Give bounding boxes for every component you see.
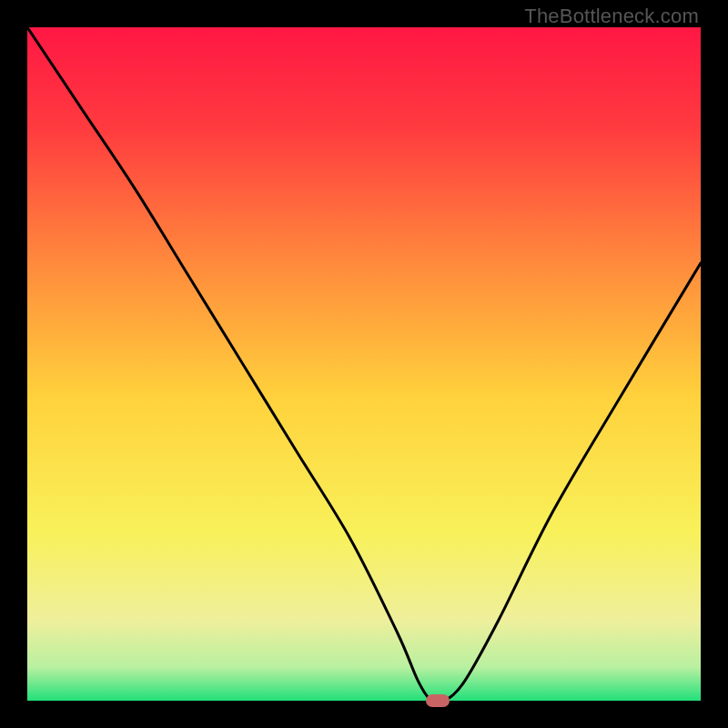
chart-frame [27,27,701,701]
watermark-text: TheBottleneck.com [524,5,699,28]
chart-plot-area [27,27,701,701]
bottleneck-curve [27,27,701,701]
chart-svg [27,27,701,701]
optimal-point-marker [426,694,450,707]
chart-background [27,27,701,701]
